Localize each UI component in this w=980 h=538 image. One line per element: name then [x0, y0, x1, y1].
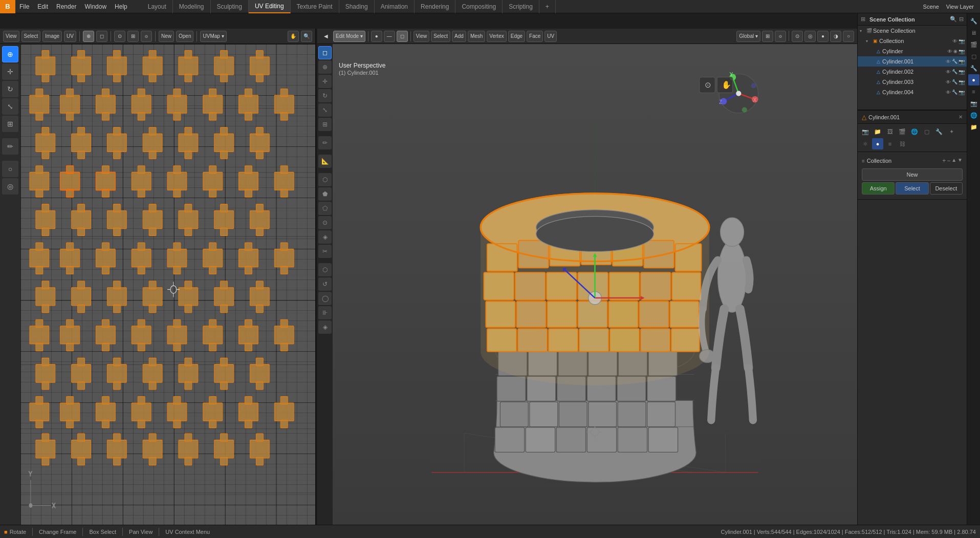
- vtab-7[interactable]: ≡: [968, 86, 979, 97]
- prop-physics-tab[interactable]: ⚛: [860, 138, 871, 149]
- vtab-1[interactable]: 🔧: [968, 15, 979, 27]
- uv-overlay-btn[interactable]: ✋: [288, 31, 299, 42]
- vp-vert-select[interactable]: ●: [371, 31, 382, 42]
- uv-cursor-tool-btn[interactable]: ⊕: [2, 46, 18, 62]
- move-tool-btn[interactable]: ✛: [318, 75, 332, 88]
- menu-file[interactable]: File: [15, 0, 33, 13]
- mat-deselect-btn[interactable]: Deselect: [930, 182, 963, 195]
- vp-edge-select[interactable]: —: [384, 31, 395, 42]
- uv-transform-tool-btn[interactable]: ⊞: [2, 116, 18, 132]
- active-obj-name[interactable]: Cylinder.001: [868, 114, 900, 120]
- vp-mesh-menu[interactable]: Mesh: [468, 31, 485, 42]
- mat-select-btn[interactable]: Select: [896, 182, 928, 195]
- prop-view-layer-tab[interactable]: 🖼: [884, 126, 896, 137]
- scene-name[interactable]: Scene: [921, 4, 941, 10]
- vtab-4[interactable]: ▢: [968, 51, 979, 62]
- vp-transform-space[interactable]: Global ▾: [736, 31, 760, 42]
- pan-view-btn[interactable]: Pan View: [129, 529, 153, 535]
- cyl002-modifier-icon[interactable]: 🔧: [952, 69, 957, 75]
- cyl003-rend-icon[interactable]: 📷: [959, 79, 965, 85]
- vp-material-mode[interactable]: ◑: [830, 31, 841, 42]
- collection-item[interactable]: ▾ ▣ Collection 👁 📷: [858, 36, 967, 46]
- prop-object-tab[interactable]: ▢: [921, 126, 932, 137]
- cylinder-item[interactable]: △ Cylinder 👁 ◉ 📷: [858, 46, 967, 56]
- tab-add[interactable]: +: [539, 0, 556, 13]
- vtab-8[interactable]: 📷: [968, 98, 979, 109]
- select-tool-btn[interactable]: ◻: [318, 46, 332, 59]
- prop-data-tab[interactable]: ≡: [884, 138, 896, 149]
- extrude-btn[interactable]: ⬠: [318, 202, 332, 215]
- outliner-options-icon[interactable]: ⊟: [959, 16, 964, 23]
- vp-edge-menu[interactable]: Edge: [508, 31, 525, 42]
- menu-render[interactable]: Render: [52, 0, 80, 13]
- prop-particle-tab[interactable]: ✦: [946, 126, 957, 137]
- cyl002-rend-icon[interactable]: 📷: [959, 69, 965, 75]
- uv-scale-tool-btn[interactable]: ⤡: [2, 98, 18, 115]
- smooth-btn[interactable]: ◯: [318, 292, 332, 305]
- uv-context-menu-btn[interactable]: UV Context Menu: [165, 529, 210, 535]
- vp-mode-selector[interactable]: Edit Mode ▾: [333, 31, 365, 42]
- knife-btn[interactable]: ✂: [318, 245, 332, 258]
- cylinder-003-item[interactable]: △ Cylinder.003 👁 🔧 📷: [858, 77, 967, 87]
- uv-proportional[interactable]: ⌾: [141, 31, 152, 42]
- box-select-btn[interactable]: Box Select: [89, 529, 116, 535]
- tab-compositing[interactable]: Compositing: [455, 0, 503, 13]
- uv-select-menu[interactable]: Select: [21, 31, 41, 42]
- uv-new-btn[interactable]: New: [159, 31, 174, 42]
- cyl002-vp-icon[interactable]: 👁: [946, 69, 951, 75]
- prop-modifier-tab[interactable]: 🔧: [933, 126, 945, 137]
- uv-open-btn[interactable]: Open: [176, 31, 193, 42]
- uv-pivot-menu[interactable]: ⊙: [114, 31, 125, 42]
- vp-vertex-menu[interactable]: Vertex: [487, 31, 506, 42]
- cyl001-modifier-icon[interactable]: 🔧: [952, 59, 957, 64]
- cylinder-004-item[interactable]: △ Cylinder.004 👁 🔧 📷: [858, 87, 967, 97]
- vp-uv-menu[interactable]: UV: [545, 31, 557, 42]
- mat-remove-icon[interactable]: −: [947, 157, 950, 164]
- edge-slide-btn[interactable]: ⊪: [318, 306, 332, 319]
- scale-tool-btn[interactable]: ⤡: [318, 103, 332, 117]
- vp-view-menu[interactable]: View: [413, 31, 430, 42]
- uv-rotate-tool-btn[interactable]: ↻: [2, 81, 18, 97]
- menu-window[interactable]: Window: [80, 0, 111, 13]
- poly-build-btn[interactable]: ⬡: [318, 263, 332, 276]
- tab-animation[interactable]: Animation: [375, 0, 415, 13]
- uv-snap-menu[interactable]: ⊞: [127, 31, 139, 42]
- tab-shading[interactable]: Shading: [339, 0, 375, 13]
- close-properties-icon[interactable]: ✕: [959, 114, 963, 120]
- prop-output-tab[interactable]: 📁: [872, 126, 883, 137]
- viewport-vis-icon[interactable]: 👁: [952, 38, 957, 44]
- mat-up-icon[interactable]: ▲: [951, 157, 956, 164]
- cyl004-rend-icon[interactable]: 📷: [959, 90, 965, 95]
- view-layer-name[interactable]: View Layer: [944, 4, 976, 10]
- vtab-9[interactable]: 🌐: [968, 110, 979, 121]
- mat-add-icon[interactable]: +: [942, 157, 946, 164]
- uv-zoom-btn[interactable]: 🔍: [301, 31, 312, 42]
- vp-solid-mode[interactable]: ●: [817, 31, 829, 42]
- vp-face-select[interactable]: ◻: [397, 31, 408, 42]
- tab-scripting[interactable]: Scripting: [503, 0, 539, 13]
- prop-world-tab[interactable]: 🌐: [909, 126, 920, 137]
- vp-face-menu[interactable]: Face: [527, 31, 543, 42]
- add-loop-btn[interactable]: ⬟: [318, 187, 332, 201]
- cursor-tool-btn[interactable]: ⊕: [318, 60, 332, 74]
- add-cube-btn[interactable]: ⬡: [318, 173, 332, 186]
- vp-select-menu[interactable]: Select: [431, 31, 450, 42]
- prop-render-tab[interactable]: 📷: [860, 126, 871, 137]
- tab-layout[interactable]: Layout: [142, 0, 173, 13]
- bevel-btn[interactable]: ◈: [318, 230, 332, 244]
- vp-snap-btn[interactable]: ⊞: [762, 31, 773, 42]
- cyl004-modifier-icon[interactable]: 🔧: [952, 90, 957, 95]
- inset-btn[interactable]: ⊙: [318, 216, 332, 229]
- tab-sculpting[interactable]: Sculpting: [211, 0, 249, 13]
- uv-uvmap-selector[interactable]: UVMap ▾: [200, 31, 226, 42]
- cyl001-rend-icon[interactable]: 📷: [959, 59, 965, 64]
- annotate-btn[interactable]: ✏: [318, 136, 332, 149]
- mat-down-icon[interactable]: ▼: [957, 157, 963, 164]
- scene-collection-root[interactable]: ▾ 🎬 Scene Collection: [858, 26, 967, 36]
- transform-tool-btn[interactable]: ⊞: [318, 118, 332, 131]
- cylinder-001-item[interactable]: △ Cylinder.001 👁 🔧 📷: [858, 56, 967, 67]
- search-icon[interactable]: 🔍: [950, 16, 957, 23]
- measure-btn[interactable]: 📐: [318, 155, 332, 168]
- menu-edit[interactable]: Edit: [33, 0, 52, 13]
- prop-material-tab[interactable]: ●: [872, 138, 883, 149]
